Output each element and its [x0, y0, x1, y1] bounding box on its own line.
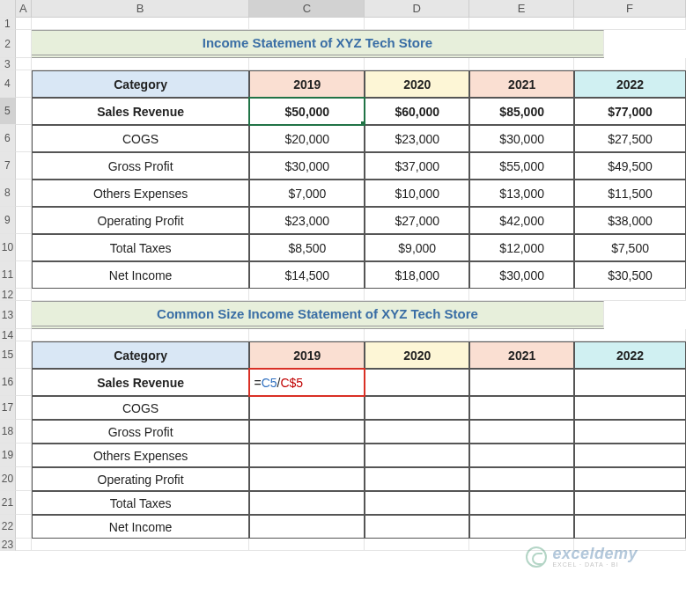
cell[interactable]: $30,500 — [574, 261, 686, 289]
col-header-B[interactable]: B — [32, 0, 250, 17]
cell[interactable]: $12,000 — [469, 234, 574, 261]
cell[interactable] — [249, 289, 365, 301]
cell[interactable] — [365, 539, 469, 551]
row-header-4[interactable]: 4 — [0, 70, 16, 98]
row-label[interactable]: Total Taxes — [32, 491, 250, 515]
row-header-15[interactable]: 15 — [0, 341, 16, 369]
cell[interactable] — [249, 539, 365, 551]
title-income-statement[interactable]: Income Statement of XYZ Tech Store — [32, 30, 604, 58]
cell[interactable] — [16, 70, 32, 98]
cell[interactable] — [32, 289, 250, 301]
row-header-11[interactable]: 11 — [0, 261, 16, 289]
cell[interactable]: $30,000 — [469, 125, 574, 152]
cell[interactable] — [249, 18, 365, 30]
cell[interactable] — [574, 420, 686, 444]
cell[interactable] — [16, 467, 32, 491]
row-header-2[interactable]: 2 — [0, 30, 16, 58]
row-label[interactable]: Operating Profit — [32, 207, 250, 234]
cell[interactable] — [365, 444, 469, 467]
cell[interactable] — [469, 58, 574, 70]
cell[interactable]: $8,500 — [249, 234, 365, 261]
row-label[interactable]: COGS — [32, 125, 250, 152]
cell-E5[interactable]: $85,000 — [469, 98, 574, 125]
cell-C5[interactable]: $50,000 — [249, 98, 365, 125]
cell[interactable] — [469, 420, 574, 444]
cell[interactable] — [16, 289, 32, 301]
row-header-10[interactable]: 10 — [0, 234, 16, 261]
cell[interactable] — [16, 420, 32, 444]
cell[interactable] — [16, 396, 32, 420]
cell[interactable] — [574, 515, 686, 539]
cell[interactable]: $49,500 — [574, 152, 686, 180]
cell[interactable] — [249, 444, 365, 467]
cell[interactable] — [16, 180, 32, 207]
cell[interactable] — [365, 18, 469, 30]
cell[interactable]: $23,000 — [365, 125, 469, 152]
cell[interactable] — [16, 301, 32, 329]
cell[interactable] — [574, 396, 686, 420]
row-label[interactable]: Net Income — [32, 261, 250, 289]
th-2019-2[interactable]: 2019 — [249, 341, 365, 369]
cell[interactable] — [365, 369, 469, 396]
cell[interactable]: $14,500 — [249, 261, 365, 289]
cell[interactable]: $20,000 — [249, 125, 365, 152]
cell[interactable] — [16, 444, 32, 467]
cell[interactable] — [469, 18, 574, 30]
cell[interactable] — [574, 444, 686, 467]
cell[interactable] — [16, 30, 32, 58]
cell[interactable] — [16, 515, 32, 539]
cell[interactable]: $18,000 — [365, 261, 469, 289]
cell[interactable]: $13,000 — [469, 180, 574, 207]
col-header-F[interactable]: F — [574, 0, 686, 17]
cell[interactable] — [365, 467, 469, 491]
cell[interactable] — [574, 369, 686, 396]
th-2020[interactable]: 2020 — [365, 70, 469, 98]
th-2022-2[interactable]: 2022 — [574, 341, 686, 369]
cell[interactable] — [32, 18, 250, 30]
cell[interactable]: $27,500 — [574, 125, 686, 152]
row-header-14[interactable]: 14 — [0, 329, 16, 341]
cell[interactable]: $23,000 — [249, 207, 365, 234]
cell[interactable]: $30,000 — [469, 261, 574, 289]
cell[interactable]: $27,000 — [365, 207, 469, 234]
cell[interactable] — [16, 18, 32, 30]
row-header-18[interactable]: 18 — [0, 420, 16, 444]
row-label[interactable]: Sales Revenue — [32, 98, 250, 125]
row-header-13[interactable]: 13 — [0, 301, 16, 329]
cell[interactable] — [574, 58, 686, 70]
row-header-19[interactable]: 19 — [0, 444, 16, 467]
cell[interactable] — [574, 329, 686, 341]
cell[interactable] — [365, 491, 469, 515]
cell[interactable] — [32, 539, 250, 551]
cell[interactable]: $7,500 — [574, 234, 686, 261]
col-header-D[interactable]: D — [365, 0, 469, 17]
cell[interactable] — [16, 329, 32, 341]
cell[interactable]: $7,000 — [249, 180, 365, 207]
row-label[interactable]: Others Expenses — [32, 180, 250, 207]
cell[interactable]: $9,000 — [365, 234, 469, 261]
cell[interactable] — [16, 369, 32, 396]
row-header-9[interactable]: 9 — [0, 207, 16, 234]
cell-D5[interactable]: $60,000 — [365, 98, 469, 125]
cell[interactable] — [365, 58, 469, 70]
row-header-5[interactable]: 5 — [0, 98, 16, 125]
cell[interactable] — [249, 515, 365, 539]
cell[interactable] — [574, 18, 686, 30]
cell[interactable] — [249, 420, 365, 444]
row-header-17[interactable]: 17 — [0, 396, 16, 420]
row-header-3[interactable]: 3 — [0, 58, 16, 70]
cell[interactable] — [16, 491, 32, 515]
row-label[interactable]: Operating Profit — [32, 467, 250, 491]
row-label[interactable]: Gross Profit — [32, 420, 250, 444]
row-label[interactable]: Sales Revenue — [32, 369, 250, 396]
th-2022[interactable]: 2022 — [574, 70, 686, 98]
cell[interactable] — [469, 289, 574, 301]
cell[interactable] — [469, 329, 574, 341]
cell[interactable] — [16, 207, 32, 234]
cell[interactable] — [469, 444, 574, 467]
row-header-20[interactable]: 20 — [0, 467, 16, 491]
cell[interactable] — [16, 539, 32, 551]
cell[interactable] — [32, 58, 250, 70]
cell[interactable] — [365, 396, 469, 420]
cell[interactable] — [249, 396, 365, 420]
